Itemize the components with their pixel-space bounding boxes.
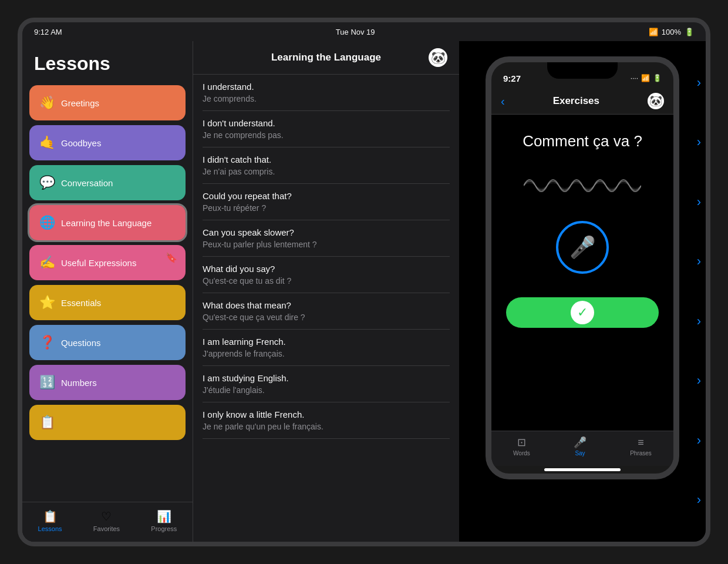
nav-arrow-8[interactable]: ›	[697, 492, 701, 508]
phrase-fr-5: Peux-tu parler plus lentement ?	[203, 240, 450, 249]
nav-arrow-2[interactable]: ›	[697, 135, 701, 150]
learning-language-icon: 🌐	[39, 215, 55, 230]
ipad-time: 9:12 AM	[34, 28, 62, 36]
wifi-icon: 📶	[649, 28, 658, 36]
phrase-fr-6: Qu'est-ce que tu as dit ?	[203, 276, 450, 286]
phrase-en-5: Can you speak slower?	[203, 227, 450, 237]
iphone-battery-icon: 🔋	[653, 74, 662, 82]
phrase-fr-10: Je ne parle qu'un peu le français.	[203, 422, 450, 431]
iphone-home-indicator	[544, 468, 621, 471]
phrase-item-6: What did you say? Qu'est-ce que tu as di…	[203, 257, 450, 293]
phrase-item-1: I understand. Je comprends.	[203, 75, 450, 111]
iphone-exercises-title: Exercises	[553, 95, 599, 107]
tab-lessons-icon: 📋	[43, 509, 58, 523]
waveform	[524, 168, 641, 203]
nav-arrow-4[interactable]: ›	[697, 254, 701, 269]
ipad-content: Lessons 👋 Greetings 🤙 Goodbyes 💬 Convers…	[22, 41, 706, 542]
sidebar-item-greetings[interactable]: 👋 Greetings	[29, 85, 186, 120]
phrase-en-9: I am studying English.	[203, 373, 450, 383]
words-tab-label: Words	[513, 450, 530, 456]
sidebar-item-questions[interactable]: ❓ Questions	[29, 325, 186, 360]
phrase-item-3: I didn't catch that. Je n'ai pas compris…	[203, 147, 450, 184]
nav-arrow-3[interactable]: ›	[697, 194, 701, 210]
ipad-status-right: 📶 100% 🔋	[649, 28, 694, 36]
iphone-tab-say[interactable]: 🎤 Say	[574, 436, 587, 456]
questions-icon: ❓	[39, 335, 55, 350]
phrase-en-8: I am learning French.	[203, 337, 450, 347]
phrases-list: I understand. Je comprends. I don't unde…	[193, 75, 459, 542]
right-nav-arrows: › › › › › › › ›	[697, 41, 701, 542]
say-tab-icon: 🎤	[574, 436, 587, 449]
phrase-en-6: What did you say?	[203, 264, 450, 274]
phrase-en-1: I understand.	[203, 82, 450, 92]
phrase-fr-7: Qu'est-ce que ça veut dire ?	[203, 313, 450, 322]
phrase-en-2: I don't understand.	[203, 118, 450, 128]
phrase-item-5: Can you speak slower? Peux-tu parler plu…	[203, 220, 450, 257]
sidebar-item-essentials[interactable]: ⭐ Essentials	[29, 285, 186, 320]
nav-arrow-1[interactable]: ›	[697, 75, 701, 90]
goodbyes-label: Goodbyes	[61, 138, 101, 148]
sidebar-item-useful-expressions[interactable]: ✍️ Useful Expressions 🔖	[29, 245, 186, 280]
tab-bar: 📋 Lessons ♡ Favorites 📊 Progress	[22, 502, 193, 542]
learning-language-label: Learning the Language	[61, 218, 151, 228]
iphone-wifi-icon: 📶	[641, 74, 650, 82]
iphone-tab-bar: ⊡ Words 🎤 Say ≡ Phrases	[491, 431, 673, 466]
nav-arrow-5[interactable]: ›	[697, 314, 701, 329]
phrase-item-10: I only know a little French. Je ne parle…	[203, 402, 450, 439]
sidebar-item-extra[interactable]: 📋	[29, 405, 186, 440]
goodbyes-icon: 🤙	[39, 135, 55, 150]
sidebar-header: Lessons	[22, 41, 193, 80]
sidebar-item-conversation[interactable]: 💬 Conversation	[29, 165, 186, 200]
tab-progress[interactable]: 📊 Progress	[139, 507, 188, 535]
sidebar-item-goodbyes[interactable]: 🤙 Goodbyes	[29, 125, 186, 160]
greetings-label: Greetings	[61, 98, 99, 108]
iphone-back-button[interactable]: ‹	[501, 95, 505, 108]
useful-expressions-icon: ✍️	[39, 255, 55, 270]
sidebar-item-learning-language[interactable]: 🌐 Learning the Language	[29, 205, 186, 240]
iphone-body: Comment ça va ? 🎤	[491, 115, 673, 431]
phrase-en-4: Could you repeat that?	[203, 191, 450, 201]
useful-expressions-label: Useful Expressions	[61, 258, 136, 268]
tab-favorites-icon: ♡	[101, 509, 112, 523]
phrases-tab-label: Phrases	[630, 450, 652, 456]
sidebar-lessons: 👋 Greetings 🤙 Goodbyes 💬 Conversation 🌐 …	[22, 80, 193, 502]
say-tab-label: Say	[575, 450, 585, 456]
nav-arrow-7[interactable]: ›	[697, 433, 701, 448]
mic-button[interactable]: 🎤	[556, 221, 609, 274]
phrase-item-4: Could you repeat that? Peux-tu répéter ?	[203, 184, 450, 220]
main-content: Learning the Language 🐼 I understand. Je…	[193, 41, 459, 542]
iphone-tab-words[interactable]: ⊡ Words	[513, 436, 530, 456]
exercise-question: Comment ça va ?	[523, 132, 642, 150]
iphone-header: ‹ Exercises 🐼	[491, 88, 673, 115]
bookmark-icon: 🔖	[166, 252, 177, 263]
sidebar-item-numbers[interactable]: 🔢 Numbers	[29, 365, 186, 400]
phrase-fr-3: Je n'ai pas compris.	[203, 167, 450, 176]
tab-lessons[interactable]: 📋 Lessons	[26, 507, 74, 535]
phrase-en-7: What does that mean?	[203, 300, 450, 310]
extra-icon: 📋	[39, 415, 55, 430]
phrase-fr-8: J'apprends le français.	[203, 349, 450, 358]
phrase-item-8: I am learning French. J'apprends le fran…	[203, 330, 450, 366]
phrase-en-3: I didn't catch that.	[203, 155, 450, 164]
battery-label: 100%	[662, 28, 681, 36]
phrase-fr-2: Je ne comprends pas.	[203, 130, 450, 140]
tab-favorites-label: Favorites	[93, 525, 120, 532]
essentials-label: Essentials	[61, 298, 101, 308]
tab-lessons-label: Lessons	[38, 525, 62, 532]
phrases-tab-icon: ≡	[638, 437, 644, 449]
numbers-label: Numbers	[61, 378, 97, 388]
questions-label: Questions	[61, 338, 101, 348]
conversation-label: Conversation	[61, 178, 113, 188]
iphone-avatar: 🐼	[648, 93, 664, 109]
success-bar[interactable]: ✓	[506, 297, 659, 328]
iphone-notch	[547, 62, 618, 79]
sidebar: Lessons 👋 Greetings 🤙 Goodbyes 💬 Convers…	[22, 41, 193, 542]
nav-arrow-6[interactable]: ›	[697, 373, 701, 388]
essentials-icon: ⭐	[39, 295, 55, 310]
phrase-fr-9: J'étudie l'anglais.	[203, 385, 450, 395]
tab-favorites[interactable]: ♡ Favorites	[82, 507, 132, 535]
iphone-time: 9:27	[503, 73, 521, 83]
ipad-date: Tue Nov 19	[336, 28, 375, 36]
main-title: Learning the Language	[224, 52, 429, 63]
iphone-tab-phrases[interactable]: ≡ Phrases	[630, 437, 652, 456]
